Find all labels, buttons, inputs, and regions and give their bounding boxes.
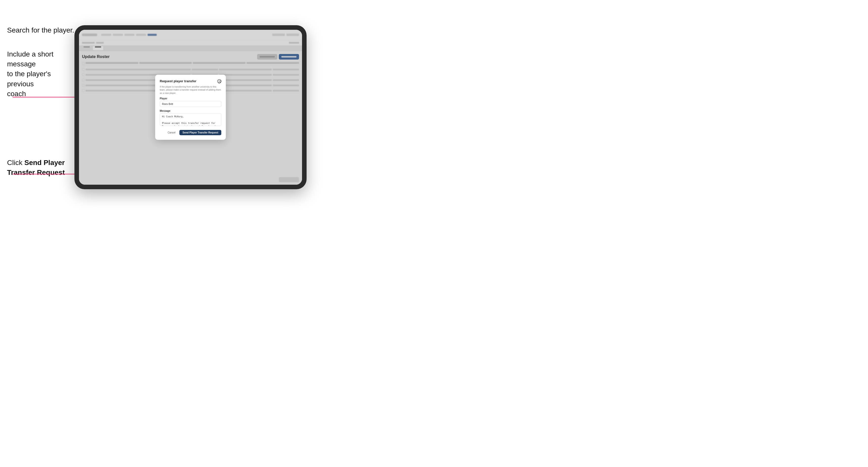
modal-overlay: Request player transfer × If the player … <box>79 30 302 185</box>
tablet-device: Update Roster <box>74 25 307 189</box>
transfer-request-modal: Request player transfer × If the player … <box>155 75 226 140</box>
modal-close-button[interactable]: × <box>217 79 221 83</box>
message-textarea[interactable]: Hi Coach McHarg, Please accept this tran… <box>160 113 221 126</box>
message-field-label: Message <box>160 110 221 112</box>
annotation-area: Search for the player. Include a short m… <box>0 0 76 467</box>
modal-title: Request player transfer <box>160 79 196 83</box>
modal-footer: Cancel Send Player Transfer Request <box>160 130 221 135</box>
player-input[interactable] <box>160 101 221 107</box>
modal-description: If the player is transferring from anoth… <box>160 85 221 95</box>
cancel-button[interactable]: Cancel <box>165 130 177 135</box>
annotation-step3: Click Send PlayerTransfer Request <box>7 158 73 177</box>
tablet-outer: Update Roster <box>74 25 307 189</box>
player-field-label: Player <box>160 97 221 100</box>
annotation-step3-prefix: Click <box>7 159 24 166</box>
annotation-step1: Search for the player. <box>7 25 74 35</box>
annotation-step2: Include a short messageto the player's p… <box>7 49 73 99</box>
app-content: Update Roster <box>79 30 302 185</box>
modal-header: Request player transfer × <box>160 79 221 83</box>
send-transfer-request-button[interactable]: Send Player Transfer Request <box>179 130 221 135</box>
tablet-inner: Update Roster <box>79 30 302 185</box>
